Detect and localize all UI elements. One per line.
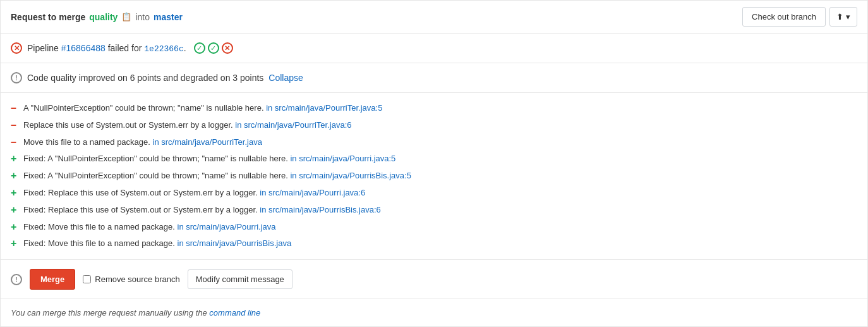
quality-text: Code quality improved on 6 points and de…	[27, 73, 303, 83]
issue-item-2: – Replace this use of System.out or Syst…	[11, 119, 857, 132]
modify-commit-button[interactable]: Modify commit message	[188, 269, 292, 289]
issue-item-9: + Fixed: Move this file to a named packa…	[11, 237, 857, 250]
pipeline-prefix: Pipeline	[27, 43, 59, 53]
issue-text-8: Fixed: Move this file to a named package…	[23, 221, 276, 233]
status-icons: ✓ ✓ ✕	[194, 42, 233, 54]
minus-icon-2: –	[11, 119, 18, 132]
issue-text-5: Fixed: A "NullPointerException" could be…	[23, 170, 411, 182]
remove-source-checkbox[interactable]	[83, 275, 91, 283]
plus-icon-4: +	[11, 204, 18, 217]
pipeline-failed-icon: ✕	[11, 42, 22, 54]
plus-icon-3: +	[11, 187, 18, 200]
upload-icon: ⬆	[836, 12, 843, 22]
issue-link-4[interactable]: in src/main/java/Pourri.java:5	[290, 154, 395, 163]
header: Request to merge quality 📋 into master C…	[1, 1, 867, 34]
issue-text-7: Fixed: Replace this use of System.out or…	[23, 204, 381, 216]
request-label: Request to merge	[11, 12, 85, 22]
issue-link-9[interactable]: in src/main/java/PourrisBis.java	[178, 238, 292, 248]
issue-item-6: + Fixed: Replace this use of System.out …	[11, 187, 857, 200]
issue-text-1: A "NullPointerException" could be thrown…	[23, 102, 382, 114]
minus-icon-3: –	[11, 136, 18, 149]
into-label: into	[135, 12, 150, 22]
merge-button[interactable]: Merge	[30, 269, 75, 290]
plus-icon-6: +	[11, 237, 18, 250]
merge-section: ! Merge Remove source branch Modify comm…	[1, 260, 867, 299]
plus-icon-5: +	[11, 221, 18, 234]
check-icon-2: ✓	[208, 42, 219, 54]
header-right: Check out branch ⬆ ▾	[742, 7, 857, 27]
minus-icon-1: –	[11, 102, 18, 115]
issue-link-8[interactable]: in src/main/java/Pourri.java	[178, 222, 276, 231]
issue-text-4: Fixed: A "NullPointerException" could be…	[23, 152, 395, 165]
code-quality-section: ! Code quality improved on 6 points and …	[1, 63, 867, 93]
period: .	[184, 43, 186, 53]
commit-hash-link[interactable]: 1e22366c	[144, 44, 183, 54]
issue-link-2[interactable]: in src/main/java/PourriTer.java:6	[235, 120, 351, 130]
checkout-dropdown-button[interactable]: ⬆ ▾	[829, 7, 857, 27]
issue-link-3[interactable]: in src/main/java/PourriTer.java	[153, 137, 262, 147]
issue-item-3: – Move this file to a named package. in …	[11, 136, 857, 149]
remove-source-label[interactable]: Remove source branch	[83, 275, 179, 284]
issue-item-4: + Fixed: A "NullPointerException" could …	[11, 152, 857, 166]
issue-link-7[interactable]: in src/main/java/PourrisBis.java:6	[260, 205, 380, 214]
issue-link-5[interactable]: in src/main/java/PourrisBis.java:5	[290, 171, 411, 180]
issue-text-6: Fixed: Replace this use of System.out or…	[23, 187, 365, 199]
branch-name: quality	[89, 12, 118, 22]
pipeline-section: ✕ Pipeline #16866488 failed for 1e22366c…	[1, 34, 867, 63]
issue-text-2: Replace this use of System.out or System…	[23, 119, 352, 132]
x-icon: ✕	[222, 42, 233, 54]
pipeline-failed-text: failed for	[108, 43, 142, 53]
issue-text-3: Move this file to a named package. in sr…	[23, 136, 262, 149]
issue-link-1[interactable]: in src/main/java/PourriTer.java:5	[266, 103, 382, 113]
command-line-link[interactable]: command line	[209, 308, 260, 318]
pipeline-text: Pipeline #16866488 failed for 1e22366c.	[27, 43, 186, 54]
footer-text-before: You can merge this merge request manuall…	[11, 308, 207, 318]
plus-icon-2: +	[11, 170, 18, 183]
issue-item-5: + Fixed: A "NullPointerException" could …	[11, 170, 857, 183]
issues-section: – A "NullPointerException" could be thro…	[1, 93, 867, 260]
chevron-down-icon: ▾	[846, 12, 850, 22]
check-icon-1: ✓	[194, 42, 205, 54]
issue-text-9: Fixed: Move this file to a named package…	[23, 237, 291, 250]
remove-source-text: Remove source branch	[95, 275, 179, 284]
info-icon: !	[11, 72, 22, 83]
plus-icon-1: +	[11, 152, 18, 166]
checkout-branch-button[interactable]: Check out branch	[742, 7, 826, 27]
pipeline-link[interactable]: #16866488	[61, 43, 105, 53]
branch-icon: 📋	[121, 12, 131, 22]
collapse-link[interactable]: Collapse	[268, 73, 303, 83]
issue-item-1: – A "NullPointerException" could be thro…	[11, 102, 857, 115]
footer-section: You can merge this merge request manuall…	[1, 299, 867, 326]
merge-info-icon: !	[11, 274, 22, 285]
issue-item-7: + Fixed: Replace this use of System.out …	[11, 204, 857, 217]
master-branch: master	[154, 12, 183, 22]
issue-item-8: + Fixed: Move this file to a named packa…	[11, 221, 857, 234]
header-left: Request to merge quality 📋 into master	[11, 12, 183, 22]
quality-description: Code quality improved on 6 points and de…	[27, 73, 263, 83]
issue-link-6[interactable]: in src/main/java/Pourri.java:6	[260, 188, 365, 197]
